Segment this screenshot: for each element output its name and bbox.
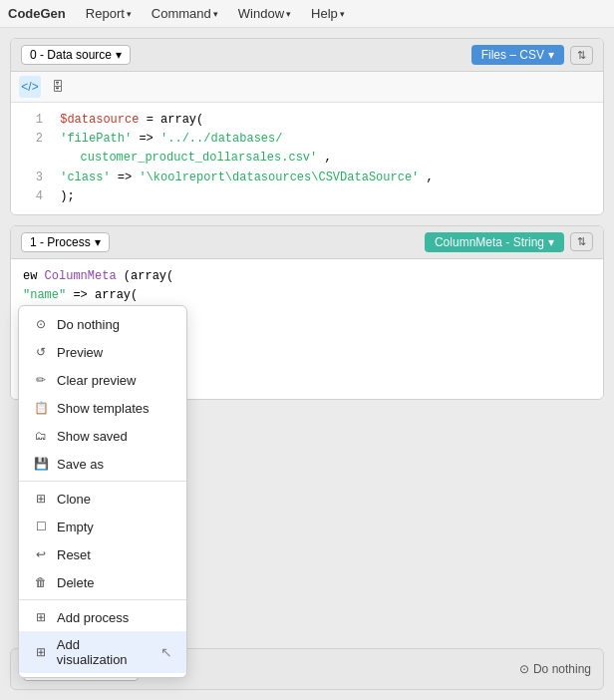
process-header-left: 1 - Process ▾ bbox=[21, 232, 110, 252]
menubar: CodeGen Report ▾ Command ▾ Window ▾ Help… bbox=[0, 0, 614, 28]
command-chevron-icon: ▾ bbox=[213, 9, 218, 19]
code-line-3: 3 'class' => '\koolreport\datasources\CS… bbox=[23, 169, 591, 187]
menu-command[interactable]: Command ▾ bbox=[144, 4, 226, 23]
files-csv-button[interactable]: Files – CSV ▾ bbox=[471, 45, 564, 65]
reset-menu-icon: ↩ bbox=[33, 546, 49, 562]
datasource-badge[interactable]: 0 - Data source ▾ bbox=[21, 45, 131, 65]
add-visualization-menu-icon: ⊞ bbox=[33, 644, 49, 660]
delete-menu-icon: 🗑 bbox=[33, 574, 49, 590]
code-line-2: 2 'filePath' => '../../databases/ custom… bbox=[23, 130, 591, 168]
do-nothing-badge: ⊙ Do nothing bbox=[519, 662, 591, 676]
menu-item-show-saved[interactable]: 🗂 Show saved bbox=[19, 422, 186, 450]
save-as-menu-icon: 💾 bbox=[33, 456, 49, 472]
process-line-2: "name" => array( bbox=[23, 286, 591, 305]
datasource-panel: 0 - Data source ▾ Files – CSV ▾ ⇅ </> 🗄 … bbox=[10, 38, 604, 215]
menu-separator-1 bbox=[19, 481, 186, 482]
clone-menu-icon: ⊞ bbox=[33, 491, 49, 507]
clear-preview-menu-icon: ✏ bbox=[33, 372, 49, 388]
process-chevron-icon: ▾ bbox=[95, 235, 101, 249]
datasource-toolbar: </> 🗄 bbox=[11, 72, 603, 103]
menu-item-save-as[interactable]: 💾 Save as bbox=[19, 450, 186, 478]
menu-item-do-nothing[interactable]: ⊙ Do nothing bbox=[19, 310, 186, 338]
db-icon[interactable]: 🗄 bbox=[47, 76, 69, 98]
help-chevron-icon: ▾ bbox=[340, 9, 345, 19]
menu-item-clone[interactable]: ⊞ Clone bbox=[19, 485, 186, 513]
menu-item-show-templates[interactable]: 📋 Show templates bbox=[19, 394, 186, 422]
process-expand-button[interactable]: ⇅ bbox=[570, 232, 593, 251]
menu-window[interactable]: Window ▾ bbox=[230, 4, 299, 23]
menu-help[interactable]: Help ▾ bbox=[303, 4, 353, 23]
datasource-panel-header: 0 - Data source ▾ Files – CSV ▾ ⇅ bbox=[11, 39, 603, 72]
datasource-code: 1 $datasource = array( 2 'filePath' => '… bbox=[11, 103, 603, 214]
add-process-menu-icon: ⊞ bbox=[33, 609, 49, 625]
code-line-1: 1 $datasource = array( bbox=[23, 111, 591, 130]
menu-item-add-process[interactable]: ⊞ Add process bbox=[19, 603, 186, 631]
code-line-4: 4 ); bbox=[23, 187, 591, 206]
main-area: 0 - Data source ▾ Files – CSV ▾ ⇅ </> 🗄 … bbox=[0, 28, 614, 700]
column-meta-chevron-icon: ▾ bbox=[548, 235, 554, 249]
report-chevron-icon: ▾ bbox=[127, 9, 132, 19]
process-badge[interactable]: 1 - Process ▾ bbox=[21, 232, 110, 252]
preview-menu-icon: ↺ bbox=[33, 344, 49, 360]
process-panel-header: 1 - Process ▾ ColumnMeta - String ▾ ⇅ bbox=[11, 226, 603, 259]
window-chevron-icon: ▾ bbox=[286, 9, 291, 19]
datasource-expand-button[interactable]: ⇅ bbox=[570, 46, 593, 65]
menu-item-delete[interactable]: 🗑 Delete bbox=[19, 568, 186, 596]
column-meta-button[interactable]: ColumnMeta - String ▾ bbox=[425, 232, 564, 252]
menu-item-clear-preview[interactable]: ✏ Clear preview bbox=[19, 366, 186, 394]
menu-item-preview[interactable]: ↺ Preview bbox=[19, 338, 186, 366]
do-nothing-label: Do nothing bbox=[533, 662, 591, 676]
files-chevron-icon: ▾ bbox=[548, 48, 554, 62]
datasource-header-left: 0 - Data source ▾ bbox=[21, 45, 131, 65]
menu-item-empty[interactable]: ☐ Empty bbox=[19, 513, 186, 540]
menu-item-add-visualization[interactable]: ⊞ Add visualization ↖ bbox=[19, 631, 186, 673]
show-templates-menu-icon: 📋 bbox=[33, 400, 49, 416]
menu-separator-2 bbox=[19, 599, 186, 600]
process-line-1: ew ColumnMeta (array( bbox=[23, 267, 591, 286]
code-view-icon[interactable]: </> bbox=[19, 76, 41, 98]
process-dropdown-menu: ⊙ Do nothing ↺ Preview ✏ Clear preview 📋… bbox=[18, 305, 187, 678]
show-saved-menu-icon: 🗂 bbox=[33, 428, 49, 444]
do-nothing-icon: ⊙ bbox=[519, 662, 529, 676]
empty-menu-icon: ☐ bbox=[33, 519, 49, 534]
cursor-icon: ↖ bbox=[160, 644, 172, 660]
menu-item-reset[interactable]: ↩ Reset bbox=[19, 540, 186, 568]
app-brand: CodeGen bbox=[8, 6, 66, 21]
datasource-chevron-icon: ▾ bbox=[116, 48, 122, 62]
menu-report[interactable]: Report ▾ bbox=[78, 4, 140, 23]
do-nothing-menu-icon: ⊙ bbox=[33, 316, 49, 332]
